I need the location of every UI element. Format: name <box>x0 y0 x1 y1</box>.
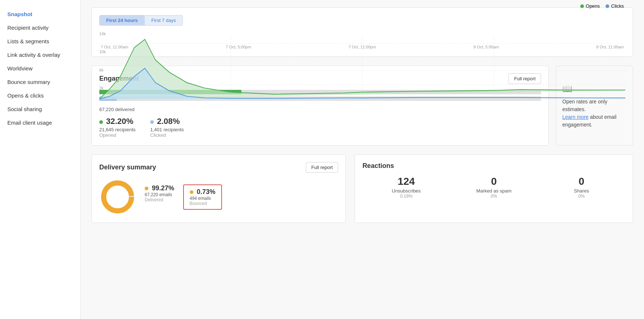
spam-pct: 0% <box>450 194 538 199</box>
reactions-card: Reactions 124 Unsubscribes 0.18% 0 Marke… <box>355 154 633 223</box>
info-box-text: Open rates are only estimates. Learn mor… <box>562 98 627 129</box>
delivered-dot <box>145 187 148 190</box>
sidebar-item-recipient-activity[interactable]: Recipient activity <box>0 21 80 34</box>
spam-num: 0 <box>450 176 538 187</box>
click-dot <box>150 120 154 124</box>
spam-label: Marked as spam <box>450 188 538 194</box>
unsubscribes-num: 124 <box>362 176 450 187</box>
click-recipients: 1,401 recipients <box>150 127 184 132</box>
bounced-label-text: Bounced <box>190 201 216 206</box>
open-label: Opened <box>99 132 136 138</box>
delivered-label: 67,220 delivered <box>99 107 541 112</box>
sidebar-item-social-sharing[interactable]: Social sharing <box>0 102 80 116</box>
chart-area <box>99 35 625 101</box>
shares-block: 0 Shares 0% <box>538 176 625 199</box>
spam-block: 0 Marked as spam 0% <box>450 176 538 199</box>
click-stat: 2.08% 1,401 recipients Clicked <box>150 117 184 138</box>
chart-tab-7d[interactable]: First 7 days <box>145 15 183 26</box>
bottom-row: Delivery summary Full report 99.27% <box>92 154 633 223</box>
bounced-count: 494 emails <box>190 196 216 201</box>
delivery-header: Delivery summary Full report <box>99 162 338 173</box>
legend-clicks: Clicks <box>606 3 624 9</box>
bounced-stat: 0.73% 494 emails Bounced <box>183 184 222 210</box>
engagement-stats: 32.20% 21,645 recipients Opened 2.08% 1,… <box>99 117 541 138</box>
open-pct: 32.20% <box>99 117 136 126</box>
sidebar-item-opens-clicks[interactable]: Opens & clicks <box>0 89 80 102</box>
chart-tab-24h[interactable]: First 24 hours <box>99 15 145 26</box>
reactions-title: Reactions <box>362 162 394 170</box>
sidebar-item-worldview[interactable]: Worldview <box>0 62 80 75</box>
open-dot <box>99 120 103 124</box>
svg-point-10 <box>104 183 132 211</box>
unsubscribes-pct: 0.18% <box>362 194 450 199</box>
sidebar-item-link-activity[interactable]: Link activity & overlay <box>0 48 80 62</box>
bounced-pct-row: 0.73% <box>190 188 216 196</box>
donut-chart <box>99 179 136 215</box>
clicks-dot <box>606 4 609 8</box>
sidebar-item-lists-segments[interactable]: Lists & segments <box>0 34 80 48</box>
sidebar-item-bounce-summary[interactable]: Bounce summary <box>0 75 80 89</box>
sidebar-item-email-client[interactable]: Email client usage <box>0 116 80 129</box>
main-content: First 24 hours First 7 days Opens Clicks <box>81 0 644 319</box>
shares-pct: 0% <box>538 194 625 199</box>
delivery-inner: 99.27% 67,220 emails Delivered 0.73% 494… <box>99 179 338 215</box>
delivered-stat: 99.27% 67,220 emails Delivered <box>145 184 174 202</box>
click-pct-row: 2.08% <box>150 117 184 126</box>
bounced-dot <box>190 190 193 194</box>
open-stat: 32.20% 21,645 recipients Opened <box>99 117 136 138</box>
delivery-card: Delivery summary Full report 99.27% <box>92 154 346 223</box>
unsubscribes-label: Unsubscribes <box>362 188 450 194</box>
delivered-count: 67,220 emails <box>145 192 174 197</box>
sidebar-item-snapshot[interactable]: Snapshot <box>0 7 80 21</box>
delivery-title: Delivery summary <box>99 164 156 171</box>
legend-opens: Opens <box>580 3 600 9</box>
delivery-stats: 99.27% 67,220 emails Delivered 0.73% 494… <box>145 184 222 210</box>
reactions-stats: 124 Unsubscribes 0.18% 0 Marked as spam … <box>362 176 625 199</box>
shares-num: 0 <box>538 176 625 187</box>
delivered-label-text: Delivered <box>145 197 174 202</box>
learn-more-link[interactable]: Learn more <box>562 114 589 120</box>
reactions-header: Reactions <box>362 162 625 170</box>
unsubscribes-block: 124 Unsubscribes 0.18% <box>362 176 450 199</box>
delivery-full-report-button[interactable]: Full report <box>306 162 338 173</box>
chart-legend: Opens Clicks <box>580 3 624 9</box>
chart-svg <box>99 35 625 101</box>
opens-dot <box>580 4 584 8</box>
click-label: Clicked <box>150 132 184 138</box>
chart-tabs: First 24 hours First 7 days <box>99 15 183 26</box>
delivered-pct-row: 99.27% <box>145 184 174 192</box>
sidebar: Snapshot Recipient activity Lists & segm… <box>0 0 81 319</box>
shares-label: Shares <box>538 188 625 194</box>
open-recipients: 21,645 recipients <box>99 127 136 132</box>
chart-section: First 24 hours First 7 days Opens Clicks <box>92 7 633 57</box>
